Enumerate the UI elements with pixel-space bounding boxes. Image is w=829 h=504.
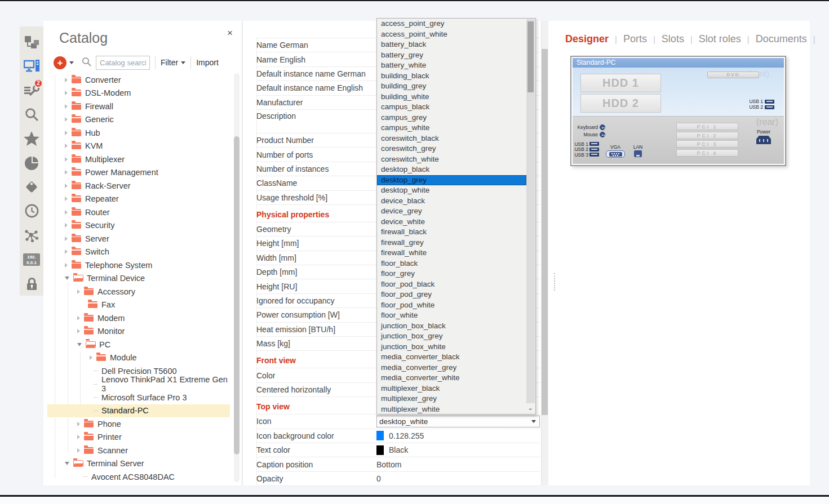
- dropdown-option[interactable]: coreswitch_white: [377, 154, 526, 165]
- dropdown-option[interactable]: firewall_white: [377, 248, 526, 258]
- dropdown-option[interactable]: building_white: [377, 92, 526, 102]
- expander-icon[interactable]: [77, 289, 80, 294]
- expander-icon[interactable]: [65, 237, 68, 241]
- dropdown-option[interactable]: junction_box_white: [377, 342, 526, 353]
- dropdown-option[interactable]: coreswitch_grey: [377, 144, 526, 154]
- properties-scrollbar-thumb[interactable]: [542, 49, 548, 415]
- dropdown-option[interactable]: battery_grey: [377, 50, 526, 61]
- tab-designer[interactable]: Designer: [565, 33, 609, 45]
- filter-button[interactable]: Filter: [161, 58, 178, 67]
- expander-icon[interactable]: [65, 104, 68, 109]
- expander-icon[interactable]: [65, 223, 68, 228]
- tree-item[interactable]: Security: [47, 219, 230, 233]
- hdd1-slot[interactable]: HDD 1: [580, 74, 661, 92]
- lock-icon[interactable]: [20, 271, 43, 296]
- dropdown-option[interactable]: floor_white: [377, 310, 526, 321]
- tree-item[interactable]: Phone: [47, 417, 230, 431]
- icon-combobox[interactable]: desktop_white: [376, 416, 540, 427]
- tree-item[interactable]: Rack-Server: [47, 179, 230, 193]
- dropdown-option[interactable]: access_point_white: [377, 29, 526, 40]
- tree-item[interactable]: Avocent ACS8048DAC: [47, 470, 230, 484]
- dropdown-option[interactable]: desktop_white: [377, 185, 526, 196]
- dropdown-option[interactable]: access_point_grey: [377, 19, 526, 29]
- dropdown-option[interactable]: multiplexer_white: [377, 404, 526, 415]
- tree-item[interactable]: Modem: [47, 311, 230, 325]
- add-button[interactable]: +: [54, 56, 67, 69]
- property-value[interactable]: 0: [376, 474, 540, 483]
- property-value[interactable]: Bottom: [376, 460, 540, 469]
- devices-icon[interactable]: [20, 54, 43, 78]
- pci3-slot[interactable]: PCI 3: [676, 140, 738, 148]
- tree-item[interactable]: Printer: [47, 431, 230, 444]
- dropdown-option[interactable]: multiplexer_black: [377, 383, 526, 394]
- tree-item[interactable]: Scanner: [47, 444, 230, 457]
- dropdown-option[interactable]: floor_pod_black: [377, 279, 526, 290]
- mouse-port[interactable]: Mouse: [574, 131, 605, 138]
- dropdown-option[interactable]: floor_pod_white: [377, 300, 526, 311]
- dropdown-option[interactable]: building_grey: [377, 81, 526, 92]
- dropdown-option[interactable]: coreswitch_black: [377, 133, 526, 144]
- tree-item[interactable]: Multiplexer: [47, 153, 230, 166]
- dropdown-option[interactable]: campus_white: [377, 123, 526, 133]
- tree-item[interactable]: Converter: [47, 73, 230, 87]
- rear-usb1-port[interactable]: USB 1: [574, 141, 599, 147]
- dropdown-option[interactable]: firewall_black: [377, 227, 526, 238]
- ip-address-icon[interactable]: 192.0.0.1: [20, 247, 43, 271]
- dropdown-option[interactable]: device_grey: [377, 206, 526, 217]
- expander-icon[interactable]: [65, 462, 69, 465]
- expander-icon[interactable]: [65, 157, 68, 162]
- tab-ports[interactable]: Ports: [623, 33, 647, 45]
- dropdown-option[interactable]: floor_pod_grey: [377, 289, 526, 300]
- device-preview[interactable]: Standard-PC (front) DVD HDD 1 HDD 2 USB …: [570, 56, 786, 166]
- filter-caret-icon[interactable]: [181, 61, 185, 64]
- tree-item[interactable]: KVM: [47, 140, 230, 153]
- dropdown-option[interactable]: campus_black: [377, 102, 526, 113]
- tree-item[interactable]: Hub: [47, 126, 230, 140]
- dropdown-option[interactable]: campus_grey: [377, 113, 526, 123]
- dropdown-option[interactable]: multiplexer_grey: [377, 394, 526, 404]
- expander-icon[interactable]: [77, 448, 80, 453]
- dropdown-option[interactable]: junction_box_black: [377, 321, 526, 332]
- hdd2-slot[interactable]: HDD 2: [580, 94, 661, 113]
- clock-icon[interactable]: [20, 199, 43, 223]
- topology-icon[interactable]: [20, 30, 43, 54]
- tree-item[interactable]: Terminal Device: [47, 272, 230, 286]
- expander-icon[interactable]: [65, 263, 68, 267]
- expander-icon[interactable]: [65, 184, 68, 188]
- dropdown-option[interactable]: battery_white: [377, 60, 526, 71]
- expander-icon[interactable]: [65, 170, 68, 175]
- tree-item[interactable]: Terminal Server: [47, 457, 230, 471]
- tab-documents[interactable]: Documents: [756, 33, 807, 45]
- dropdown-option[interactable]: device_black: [377, 196, 526, 207]
- tree-item[interactable]: Repeater: [47, 193, 230, 206]
- front-usb1-port[interactable]: USB 1: [749, 99, 774, 104]
- tree-item[interactable]: Switch: [47, 246, 230, 259]
- tree-item-selected[interactable]: Standard-PC: [47, 404, 230, 418]
- expander-icon[interactable]: [65, 144, 68, 148]
- rear-usb2-port[interactable]: USB 2: [574, 147, 599, 153]
- pci4-slot[interactable]: PCI 4: [676, 149, 738, 157]
- favorites-star-icon[interactable]: [20, 127, 43, 151]
- tools-icon[interactable]: 2: [20, 78, 43, 102]
- vga-port[interactable]: VGA: [604, 144, 627, 158]
- catalog-search-input[interactable]: [96, 56, 150, 70]
- expander-icon[interactable]: [65, 117, 68, 122]
- expander-icon[interactable]: [90, 355, 92, 360]
- dvd-drive-slot[interactable]: DVD: [707, 72, 759, 78]
- expander-icon[interactable]: [77, 316, 80, 320]
- dropdown-scroll-down-icon[interactable]: ⌄: [527, 404, 534, 412]
- expander-icon[interactable]: [65, 276, 69, 280]
- pci2-slot[interactable]: PCI 2: [676, 132, 738, 139]
- dropdown-option-selected[interactable]: desktop_grey: [377, 175, 526, 186]
- dropdown-option[interactable]: building_black: [377, 71, 526, 82]
- keyboard-port[interactable]: Keyboard: [574, 123, 605, 131]
- tree-item[interactable]: Router: [47, 206, 230, 219]
- tree-scrollbar-thumb[interactable]: [234, 136, 240, 454]
- tree-item[interactable]: PC: [47, 338, 230, 351]
- pie-chart-icon[interactable]: [20, 151, 43, 175]
- add-dropdown-caret-icon[interactable]: [69, 61, 74, 64]
- expander-icon[interactable]: [65, 210, 68, 215]
- rear-usb3-port[interactable]: USB 3: [574, 152, 599, 158]
- tree-item[interactable]: Power Management: [47, 166, 230, 180]
- tree-item[interactable]: Generic: [47, 113, 230, 127]
